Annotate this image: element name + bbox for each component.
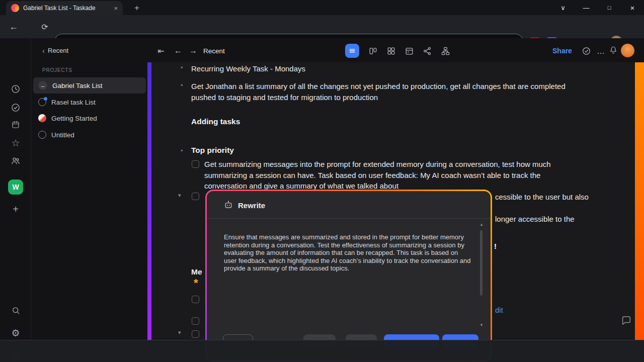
view-org-chart-icon[interactable] xyxy=(440,45,451,56)
workspace-letter: W xyxy=(12,183,19,191)
windows-taskbar: Search b up # ^ ☁ ESP xyxy=(0,340,644,362)
sidebar-back-label: Recent xyxy=(48,47,68,54)
ai-gradient-strip-left xyxy=(147,62,151,340)
task-checkbox[interactable] xyxy=(192,317,199,325)
project-sidebar: ‹ Recent PROJECTS Gabriel Task List Rase… xyxy=(31,38,149,340)
window-close-button[interactable]: × xyxy=(625,2,640,14)
screen: Gabriel Task List - Taskade × + ∨ — □ × … xyxy=(0,0,644,362)
bullet-icon: • xyxy=(181,81,183,89)
modal-divider xyxy=(207,218,491,219)
doc-heading-adding-tasks[interactable]: Adding tasks xyxy=(191,117,240,126)
doc-task-summarizing[interactable]: Get summarizing messages into the prompt… xyxy=(204,159,579,192)
bullet-icon: • xyxy=(181,64,183,71)
ai-robot-icon xyxy=(223,200,234,211)
sidebar-item-gabriel-task-list[interactable]: Gabriel Task List xyxy=(33,77,146,94)
nav-back-icon[interactable]: ← xyxy=(173,45,184,56)
view-list-icon[interactable] xyxy=(345,44,359,58)
breadcrumb: Recent xyxy=(203,47,225,55)
share-button[interactable]: Share xyxy=(552,47,572,55)
window-minimize-button[interactable]: — xyxy=(579,2,594,14)
user-avatar[interactable] xyxy=(621,44,634,57)
rewrite-modal: Rewrite Ensure that messages are summari… xyxy=(205,190,492,362)
project-circle-icon xyxy=(38,98,46,106)
nav-forward-icon[interactable]: → xyxy=(188,45,199,56)
doc-heading-top-priority[interactable]: Top priority xyxy=(191,146,234,155)
caret-down-icon[interactable]: ▾ xyxy=(178,329,181,336)
members-icon[interactable] xyxy=(11,156,21,166)
task-checkbox[interactable] xyxy=(192,330,199,338)
task-checkbox[interactable] xyxy=(192,296,199,303)
scroll-down-icon[interactable]: ▾ xyxy=(478,322,485,328)
browser-refresh-button[interactable]: ⟳ xyxy=(37,19,52,34)
doc-line-recurring[interactable]: Recurring Weekly Task - Mondays xyxy=(191,63,580,74)
doc-fragment-exclaim[interactable]: ! xyxy=(494,241,497,252)
task-checkbox[interactable] xyxy=(192,193,199,200)
project-name: Gabriel Task List xyxy=(52,82,103,89)
browser-back-button[interactable]: ← xyxy=(6,19,21,34)
browser-tabstrip: Gabriel Task List - Taskade × + ∨ — □ × xyxy=(0,0,644,15)
project-name: Untitled xyxy=(51,131,74,139)
starred-icon[interactable]: ☆ xyxy=(11,138,21,148)
edit-link-fragment[interactable]: dit xyxy=(495,306,503,314)
project-icon xyxy=(38,81,47,90)
completed-check-icon[interactable] xyxy=(11,103,21,113)
completed-tasks-icon[interactable] xyxy=(581,45,592,56)
taskade-favicon-icon xyxy=(11,4,19,12)
recents-clock-icon[interactable] xyxy=(11,84,21,94)
rewrite-modal-panel: Rewrite Ensure that messages are summari… xyxy=(207,191,491,360)
more-ellipsis-icon[interactable]: … xyxy=(595,46,606,57)
project-toolbar: ⇤ ← → Recent Share … xyxy=(149,38,644,62)
tab-title: Gabriel Task List - Taskade xyxy=(23,5,110,12)
collapse-sidebar-icon[interactable]: ⇤ xyxy=(155,45,167,56)
calendar-icon[interactable] xyxy=(11,120,20,129)
browser-toolbar: ← ⟳ taskade.com/d/yHzR4sqMhukfYR5y?from=… xyxy=(0,15,644,38)
view-mindmap-icon[interactable] xyxy=(422,45,433,56)
rewrite-body-text: Ensure that messages are summarized and … xyxy=(224,233,471,273)
window-maximize-button[interactable]: □ xyxy=(602,2,617,14)
project-name: Rasel task List xyxy=(51,99,96,106)
chevron-left-icon: ‹ xyxy=(42,46,45,55)
ai-gradient-strip-right xyxy=(635,62,644,340)
search-icon[interactable] xyxy=(11,305,21,315)
projects-section-label: PROJECTS xyxy=(42,67,72,73)
project-circle-icon xyxy=(38,131,46,139)
modal-scrollbar-thumb[interactable] xyxy=(480,230,482,296)
doc-fragment-right-1[interactable]: cessible to the user but also xyxy=(495,192,589,203)
sidebar-item-rasel-task-list[interactable]: Rasel task List xyxy=(33,94,146,110)
browser-tab[interactable]: Gabriel Task List - Taskade × xyxy=(6,1,123,15)
scroll-up-icon[interactable]: ▴ xyxy=(478,221,485,227)
add-workspace-icon[interactable]: + xyxy=(11,204,21,214)
task-checkbox[interactable] xyxy=(192,160,199,168)
view-calendar-icon[interactable] xyxy=(404,45,415,56)
sidebar-back-recent[interactable]: ‹ Recent xyxy=(42,46,68,55)
bullet-icon: • xyxy=(181,147,183,154)
workspace-avatar[interactable]: W xyxy=(8,179,23,195)
sidebar-item-getting-started[interactable]: Getting Started xyxy=(33,110,146,126)
modal-title: Rewrite xyxy=(238,201,265,210)
notification-dot xyxy=(44,97,47,101)
chat-bubble-icon[interactable] xyxy=(620,314,633,327)
project-name: Getting Started xyxy=(51,115,97,122)
tab-close-icon[interactable]: × xyxy=(114,5,118,12)
window-chevron-icon[interactable]: ∨ xyxy=(555,2,571,14)
doc-fragment-right-2[interactable]: longer accessible to the xyxy=(495,214,575,225)
notifications-bell-icon[interactable] xyxy=(608,45,619,56)
sparkle-icon: * xyxy=(194,278,198,288)
view-table-icon[interactable] xyxy=(385,45,396,56)
doc-heading-medium-fragment[interactable]: Me xyxy=(191,267,202,277)
caret-down-icon[interactable]: ▾ xyxy=(178,192,181,199)
view-board-icon[interactable] xyxy=(367,45,378,56)
workspace-rail: ☆ W + ⚙ ? xyxy=(0,38,31,340)
rocket-icon xyxy=(38,114,46,122)
doc-line-jonathan[interactable]: Get Jonathan a list summary of all the c… xyxy=(191,81,580,103)
sidebar-item-untitled[interactable]: Untitled xyxy=(33,127,146,143)
new-tab-button[interactable]: + xyxy=(131,2,143,14)
settings-gear-icon[interactable]: ⚙ xyxy=(11,328,21,338)
